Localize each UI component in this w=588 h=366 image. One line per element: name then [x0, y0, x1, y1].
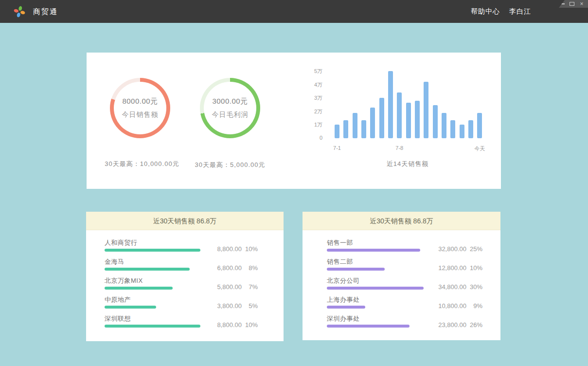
close-icon: ×	[580, 1, 583, 7]
list-item-bar	[105, 306, 156, 309]
list-item-bar	[105, 249, 200, 252]
x-axis-tick-label: 7-8	[380, 145, 419, 151]
list-item-values: 12,800.0010%	[431, 264, 482, 272]
list-item: 上海办事处10,800.009%	[327, 295, 500, 314]
list-item-bar	[105, 268, 190, 271]
y-axis-tick-label: 3万	[303, 94, 322, 102]
list-item-amount: 3,800.00	[207, 302, 242, 310]
list-item-percent: 8%	[242, 264, 258, 272]
daily-sales-bar	[379, 98, 384, 138]
list-item-percent: 30%	[466, 283, 482, 291]
daily-sales-bar	[433, 105, 438, 138]
list-item: 深圳办事处23,800.0026%	[327, 314, 500, 333]
app-window: 商贸通 帮助中心 李白江 × 8000.00元 今日销售额 30天最高：10,0…	[0, 0, 588, 366]
daily-sales-bar	[370, 108, 375, 138]
list-item-label: 金海马	[105, 257, 125, 266]
today-summary-card: 8000.00元 今日销售额 30天最高：10,000.00元 3000.00元…	[87, 53, 501, 189]
list-item-amount: 12,800.00	[431, 264, 466, 272]
list-item: 金海马6,800.008%	[105, 257, 284, 276]
daily-sales-bar	[477, 113, 482, 138]
list-item-bar	[327, 287, 424, 290]
list-item: 中原地产3,800.005%	[105, 295, 284, 314]
list-item-label: 上海办事处	[327, 295, 360, 304]
list-item-bar	[327, 268, 385, 271]
list-item-amount: 34,800.00	[431, 283, 466, 291]
titlebar-menu: 帮助中心 李白江	[471, 0, 531, 23]
list-item: 北京万象MIX5,800.007%	[105, 276, 284, 295]
list-item-values: 5,800.007%	[207, 283, 258, 291]
list-item-percent: 10%	[242, 321, 258, 329]
y-axis-tick-label: 0	[303, 135, 322, 141]
list-item-bar	[327, 325, 410, 328]
list-item-values: 8,800.0010%	[207, 321, 258, 329]
list-item-percent: 25%	[466, 245, 482, 253]
list-item-bar	[105, 287, 173, 290]
daily-sales-bar	[343, 120, 348, 138]
titlebar: 商贸通 帮助中心 李白江 ×	[0, 0, 588, 23]
top-departments-card-title: 近30天销售额 86.8万	[303, 212, 500, 230]
y-axis-tick-label: 4万	[303, 81, 322, 89]
minimize-icon	[560, 3, 565, 4]
list-item-amount: 8,800.00	[207, 321, 242, 329]
list-item-amount: 23,800.00	[431, 321, 466, 329]
y-axis-tick-label: 5万	[303, 68, 322, 75]
daily-sales-bar	[450, 120, 455, 138]
list-item-bar	[327, 306, 365, 309]
list-item-percent: 10%	[242, 245, 258, 253]
list-item-values: 32,800.0025%	[431, 245, 482, 253]
top-customers-card: 近30天销售额 86.8万 人和商贸行8,800.0010%金海马6,800.0…	[86, 212, 284, 341]
list-item-label: 销售一部	[327, 238, 353, 247]
list-item-label: 中原地产	[105, 295, 131, 304]
list-item-values: 10,800.009%	[431, 302, 482, 310]
list-item-percent: 10%	[466, 264, 482, 272]
list-item-label: 深圳联想	[105, 314, 131, 323]
user-name-link[interactable]: 李白江	[509, 7, 531, 16]
list-item-amount: 6,800.00	[207, 264, 242, 272]
y-axis-tick-label: 1万	[303, 121, 322, 128]
list-item-label: 北京分公司	[327, 276, 360, 285]
list-item-percent: 5%	[242, 302, 258, 310]
maximize-icon	[570, 2, 574, 6]
list-item-label: 深圳办事处	[327, 314, 360, 323]
list-item-values: 34,800.0030%	[431, 283, 482, 291]
list-item: 销售二部12,800.0010%	[327, 257, 500, 276]
list-item: 北京分公司34,800.0030%	[327, 276, 500, 295]
list-item-label: 北京万象MIX	[105, 276, 143, 285]
list-item: 深圳联想8,800.0010%	[105, 314, 284, 333]
window-controls: ×	[559, 0, 588, 8]
top-departments-card: 近30天销售额 86.8万 销售一部32,800.0025%销售二部12,800…	[303, 212, 500, 340]
app-logo-icon	[13, 5, 26, 18]
close-button[interactable]: ×	[579, 1, 585, 7]
list-item-amount: 10,800.00	[431, 302, 466, 310]
list-item-bar	[327, 249, 420, 252]
y-axis-tick-label: 2万	[303, 108, 322, 115]
daily-sales-bar	[415, 101, 420, 138]
list-item-label: 人和商贸行	[105, 238, 138, 247]
list-item-amount: 8,800.00	[207, 245, 242, 253]
help-center-link[interactable]: 帮助中心	[471, 7, 500, 16]
x-axis-tick-label: 今天	[460, 145, 499, 152]
daily-sales-bar	[353, 113, 357, 138]
list-item-amount: 32,800.00	[431, 245, 466, 253]
daily-sales-bar	[397, 92, 402, 138]
list-item-values: 6,800.008%	[207, 264, 258, 272]
daily-sales-bar	[406, 103, 411, 138]
last14-days-bar-chart: 近14天销售额 01万2万3万4万5万7-17-8今天	[87, 53, 501, 189]
list-item-values: 23,800.0026%	[431, 321, 482, 329]
top-departments-list: 销售一部32,800.0025%销售二部12,800.0010%北京分公司34,…	[303, 230, 500, 333]
daily-sales-bar	[460, 125, 464, 138]
list-item-percent: 26%	[466, 321, 482, 329]
list-item-values: 8,800.0010%	[207, 245, 258, 253]
daily-sales-bar	[442, 113, 446, 138]
list-item-amount: 5,800.00	[207, 283, 242, 291]
list-item-label: 销售二部	[327, 257, 353, 266]
top-customers-list: 人和商贸行8,800.0010%金海马6,800.008%北京万象MIX5,80…	[86, 230, 284, 333]
minimize-button[interactable]	[559, 1, 565, 7]
list-item-values: 3,800.005%	[207, 302, 258, 310]
daily-sales-bar	[468, 120, 473, 138]
maximize-button[interactable]	[569, 1, 575, 7]
daily-sales-bar	[361, 120, 366, 138]
daily-sales-bar	[388, 71, 393, 138]
list-item-percent: 7%	[242, 283, 258, 291]
top-customers-card-title: 近30天销售额 86.8万	[86, 212, 284, 230]
